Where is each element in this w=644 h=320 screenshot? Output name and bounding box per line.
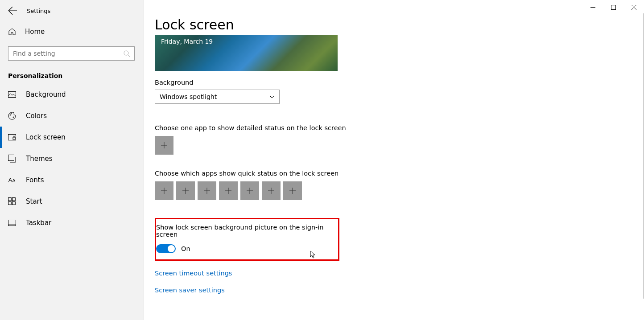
signin-bg-toggle-label: Show lock screen background picture on t… — [156, 224, 333, 238]
sidebar-item-background[interactable]: Background — [0, 84, 144, 105]
quick-status-add-button-1[interactable] — [155, 181, 173, 200]
sidebar-item-label: Start — [26, 197, 42, 205]
signin-bg-toggle-state: On — [181, 245, 190, 252]
preview-date: Friday, March 19 — [161, 38, 213, 45]
search-input-wrapper[interactable] — [8, 46, 135, 61]
svg-rect-13 — [8, 198, 12, 201]
svg-rect-16 — [12, 202, 16, 205]
home-icon — [8, 28, 16, 36]
svg-point-8 — [11, 113, 12, 114]
background-value: Windows spotlight — [160, 93, 217, 100]
sidebar-item-start[interactable]: Start — [0, 191, 144, 212]
quick-status-add-button-6[interactable] — [262, 181, 281, 200]
sidebar-item-label: Themes — [26, 155, 53, 163]
quick-status-add-button-5[interactable] — [240, 181, 259, 200]
picture-icon — [8, 90, 16, 98]
quick-status-add-button-2[interactable] — [176, 181, 195, 200]
sidebar-item-label: Background — [26, 90, 66, 98]
sidebar: Settings Home Personalization Background — [0, 0, 144, 320]
quick-status-add-button-4[interactable] — [219, 181, 238, 200]
sidebar-section: Personalization — [0, 64, 144, 84]
content-pane: Lock screen Friday, March 19 Background … — [144, 0, 644, 320]
page-title: Lock screen — [155, 17, 626, 33]
chevron-down-icon — [269, 94, 275, 99]
sidebar-home-label: Home — [25, 28, 45, 36]
svg-line-5 — [128, 55, 130, 57]
svg-rect-17 — [8, 220, 16, 226]
quick-status-add-button-3[interactable] — [198, 181, 216, 200]
settings-window: Settings Home Personalization Background — [0, 0, 644, 320]
detailed-status-label: Choose one app to show detailed status o… — [155, 124, 626, 131]
window-title: Settings — [27, 8, 50, 14]
screen-timeout-link[interactable]: Screen timeout settings — [155, 270, 626, 277]
background-dropdown[interactable]: Windows spotlight — [155, 90, 280, 104]
sidebar-item-fonts[interactable]: Fonts — [0, 169, 144, 191]
svg-point-9 — [13, 117, 14, 118]
svg-rect-15 — [8, 202, 12, 205]
detailed-status-add-button[interactable] — [155, 136, 173, 155]
taskbar-icon — [8, 219, 16, 227]
sidebar-item-label: Lock screen — [26, 133, 66, 141]
background-label: Background — [155, 79, 626, 86]
lock-screen-preview: Friday, March 19 — [155, 35, 338, 71]
svg-rect-12 — [8, 155, 14, 161]
sidebar-item-label: Colors — [26, 112, 47, 120]
sidebar-item-colors[interactable]: Colors — [0, 105, 144, 127]
svg-rect-11 — [13, 137, 15, 139]
sidebar-item-label: Fonts — [26, 176, 44, 184]
screen-saver-link[interactable]: Screen saver settings — [155, 287, 626, 294]
sidebar-item-themes[interactable]: Themes — [0, 148, 144, 169]
lock-screen-icon — [8, 133, 16, 141]
cursor-icon — [310, 250, 316, 258]
svg-rect-14 — [12, 198, 16, 201]
search-icon — [124, 50, 130, 57]
sidebar-item-label: Taskbar — [26, 219, 51, 227]
signin-bg-toggle[interactable] — [156, 244, 176, 253]
quick-status-label: Choose which apps show quick status on t… — [155, 170, 626, 177]
back-button[interactable] — [8, 6, 17, 15]
svg-point-4 — [124, 51, 128, 55]
fonts-icon — [8, 176, 16, 184]
search-input[interactable] — [13, 50, 124, 57]
svg-point-7 — [10, 115, 11, 115]
quick-status-add-button-7[interactable] — [283, 181, 302, 200]
sidebar-item-lock-screen[interactable]: Lock screen — [0, 127, 144, 148]
sidebar-home[interactable]: Home — [0, 23, 144, 40]
start-icon — [8, 197, 16, 205]
sidebar-item-taskbar[interactable]: Taskbar — [0, 212, 144, 234]
palette-icon — [8, 112, 16, 120]
themes-icon — [8, 155, 16, 163]
